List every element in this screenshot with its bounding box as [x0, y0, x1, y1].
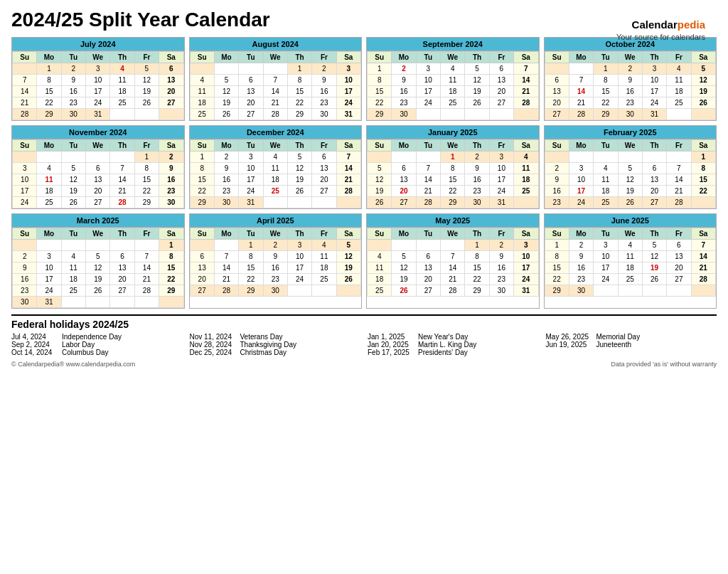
calendar-day: 29 [465, 285, 489, 297]
day-header-fr: Fr [667, 52, 691, 63]
calendar-day: 25 [618, 274, 642, 285]
month-header: August 2024 [190, 38, 362, 51]
calendar-day: 14 [416, 174, 440, 186]
calendar-day: 25 [110, 97, 134, 109]
month-calendar-december-2024: December 2024SuMoTuWeThFrSa1234567891011… [189, 125, 363, 209]
calendar-day: 14 [13, 86, 37, 97]
calendar-day: 7 [667, 163, 691, 174]
calendar-day: 4 [61, 251, 85, 262]
calendar-day: 18 [263, 174, 287, 186]
calendar-day: 9 [489, 251, 513, 262]
day-header-mo: Mo [37, 140, 61, 152]
calendar-day [392, 152, 416, 163]
calendar-day: 12 [134, 75, 159, 86]
calendar-day [368, 240, 392, 251]
calendar-day: 2 [214, 152, 238, 163]
day-header-we: We [441, 228, 465, 240]
calendar-day: 7 [691, 240, 715, 251]
day-header-mo: Mo [569, 140, 593, 152]
calendar-day: 2 [392, 63, 416, 75]
day-header-sa: Sa [514, 140, 538, 152]
day-header-we: We [441, 140, 465, 152]
calendar-day: 28 [691, 274, 715, 285]
calendar-day: 24 [416, 97, 440, 109]
calendar-day: 12 [287, 163, 311, 174]
day-header-th: Th [642, 52, 666, 63]
calendar-day: 3 [86, 63, 110, 75]
day-header-su: Su [545, 228, 569, 240]
calendar-day: 23 [392, 97, 416, 109]
calendar-day: 2 [465, 152, 489, 163]
day-header-su: Su [368, 228, 392, 240]
holidays-grid: Jul 4, 2024Independence DaySep 2, 2024La… [11, 333, 717, 356]
calendar-day: 6 [545, 75, 569, 86]
calendar-day: 19 [214, 97, 238, 109]
calendar-day: 19 [86, 274, 110, 285]
calendar-day: 6 [416, 251, 440, 262]
calendar-day: 16 [489, 262, 513, 274]
calendar-day: 12 [336, 251, 360, 262]
calendar-day: 11 [594, 174, 618, 186]
calendar-day: 27 [86, 197, 110, 208]
day-header-tu: Tu [61, 140, 85, 152]
calendar-day: 25 [594, 197, 618, 208]
calendar-day: 27 [667, 274, 691, 285]
calendar-day: 30 [618, 109, 642, 120]
calendar-day [190, 240, 214, 251]
calendar-day: 30 [392, 109, 416, 120]
day-header-fr: Fr [312, 52, 336, 63]
day-header-we: We [263, 228, 287, 240]
calendar-day: 8 [159, 251, 183, 262]
day-header-th: Th [642, 140, 666, 152]
calendar-day [61, 297, 85, 308]
calendar-day: 19 [618, 186, 642, 197]
day-header-tu: Tu [594, 140, 618, 152]
calendar-day: 25 [190, 109, 214, 120]
calendar-day [134, 297, 159, 308]
day-header-tu: Tu [239, 228, 263, 240]
day-header-tu: Tu [594, 52, 618, 63]
calendar-day: 14 [263, 86, 287, 97]
calendar-day [287, 285, 311, 297]
calendar-day: 31 [642, 109, 666, 120]
calendar-day: 9 [569, 251, 593, 262]
calendar-day: 14 [569, 86, 593, 97]
calendar-day: 18 [667, 86, 691, 97]
day-header-mo: Mo [37, 228, 61, 240]
calendar-day: 27 [159, 97, 183, 109]
calendar-day: 7 [514, 63, 538, 75]
day-header-mo: Mo [569, 52, 593, 63]
calendar-day: 6 [392, 163, 416, 174]
calendar-day [239, 63, 263, 75]
calendar-day: 6 [159, 63, 183, 75]
calendar-day: 25 [514, 186, 538, 197]
day-header-we: We [618, 52, 642, 63]
calendar-day: 12 [618, 174, 642, 186]
calendar-day: 31 [514, 285, 538, 297]
calendar-day: 23 [13, 285, 37, 297]
calendar-day: 18 [618, 262, 642, 274]
calendar-day: 17 [336, 86, 360, 97]
calendar-day: 22 [465, 274, 489, 285]
calendar-day: 16 [159, 174, 183, 186]
calendar-day [61, 152, 85, 163]
calendar-day: 20 [312, 174, 336, 186]
calendar-day: 3 [13, 163, 37, 174]
calendar-day: 11 [312, 251, 336, 262]
calendar-day: 13 [239, 86, 263, 97]
day-header-tu: Tu [239, 140, 263, 152]
day-header-su: Su [13, 140, 37, 152]
holiday-item: Jun 19, 2025Juneteenth [546, 341, 717, 349]
day-header-sa: Sa [514, 52, 538, 63]
calendar-day: 5 [336, 240, 360, 251]
day-header-sa: Sa [336, 228, 360, 240]
calendar-day: 8 [691, 163, 715, 174]
calendar-day: 16 [263, 262, 287, 274]
calendar-day [618, 285, 642, 297]
calendar-day: 1 [441, 152, 465, 163]
calendar-day: 30 [13, 297, 37, 308]
calendar-day: 26 [336, 274, 360, 285]
calendar-day: 3 [336, 63, 360, 75]
calendar-day: 20 [110, 274, 134, 285]
day-header-mo: Mo [37, 52, 61, 63]
